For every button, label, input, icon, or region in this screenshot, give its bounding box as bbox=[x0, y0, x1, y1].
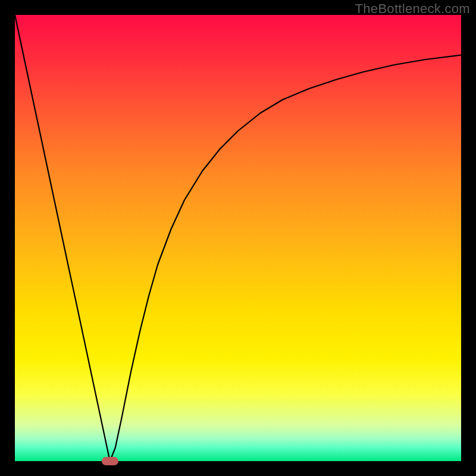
minimum-marker bbox=[102, 457, 118, 465]
watermark-text: TheBottleneck.com bbox=[355, 1, 470, 17]
bottleneck-curve bbox=[15, 15, 461, 461]
chart-frame: TheBottleneck.com bbox=[0, 0, 476, 476]
plot-area bbox=[15, 15, 461, 461]
